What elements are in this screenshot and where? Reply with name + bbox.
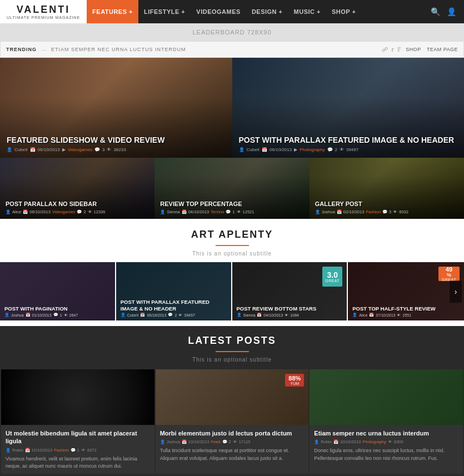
- small-item-1[interactable]: POST PARALLAX NO SIDEBAR 👤 Alice 📅 06/10…: [0, 158, 154, 219]
- nav-features[interactable]: FEATURES +: [87, 0, 138, 23]
- section1-title: ART APLENTY: [0, 229, 464, 240]
- nav-shop[interactable]: SHOP +: [326, 0, 361, 23]
- nav-music[interactable]: MUSIC +: [288, 0, 326, 23]
- featured-title-1: FEATURED SLIDESHOW & VIDEO REVIEW: [7, 136, 226, 145]
- trending-shop-link[interactable]: SHOP: [406, 47, 421, 52]
- small-meta-3: 👤 Joshua 📅 02/10/2013 Fashion 💬 3 👁 8032: [315, 209, 458, 214]
- carousel-title-1: POST WITH PAGINATION: [4, 305, 111, 312]
- carousel: POST WITH PAGINATION 👤 Joshua 📅 01/10/20…: [0, 262, 464, 320]
- post-excerpt-3: Donec ligula eros, ultrices nec suscipit…: [314, 447, 458, 462]
- nav-videogames[interactable]: VIDEOGAMES: [191, 0, 246, 23]
- carousel-meta-3: 👤 Sienna 📅 04/10/2013 👁 1084: [237, 313, 343, 317]
- trending-bar: TRENDING — ETIAM SEMPER NEC URNA LUCTUS …: [0, 41, 464, 58]
- trending-text: ETIAM SEMPER NEC URNA LUCTUS INTERDUM: [51, 47, 382, 52]
- post-excerpt-1: Vivamus hendrerit, velit et laoreet pret…: [6, 455, 150, 470]
- trending-label: TRENDING: [6, 47, 37, 52]
- user-icon[interactable]: 👤: [447, 7, 456, 16]
- score-badge-4: 49% GREAT: [438, 267, 460, 281]
- logo-subtitle: ULTIMATE PREMIUM MAGAZINE: [7, 16, 80, 19]
- post-thumb-wrap-2: 88% YUM: [156, 369, 309, 425]
- header-icons: 🔍 👤: [431, 7, 464, 16]
- featured-meta-1: 👤 CubeII 📅 06/10/2013 ▶ Videogames 💬 3 👁…: [7, 147, 226, 152]
- small-item-2[interactable]: REVIEW TOP PERCENTAGE 👤 Sienna 📅 04/10/2…: [154, 158, 309, 219]
- post-card-1[interactable]: Ut molestie bibendum ligula sit amet pla…: [1, 369, 154, 474]
- small-meta-2: 👤 Sienna 📅 04/10/2013 Techno 💬 1 👁 12521: [160, 209, 303, 214]
- post-meta-2: 👤 Joshua 📅 10/10/2013 Feed 💬 2 👁 17115: [160, 439, 305, 444]
- nav-design[interactable]: DESIGN +: [246, 0, 288, 23]
- carousel-meta-4: 👤 Alice 📅 07/10/2013 👁 2551: [352, 313, 460, 317]
- small-meta-1: 👤 Alice 📅 06/10/2013 Videogames 💬 2 👁 12…: [6, 209, 149, 214]
- rss-icon[interactable]: ☍: [382, 46, 388, 53]
- section2-subtitle: This is an optional subtitle: [0, 357, 464, 363]
- post-body-2: Morbi elementum justo id lectus porta di…: [156, 425, 309, 465]
- logo[interactable]: VALENTI ULTIMATE PREMIUM MAGAZINE: [0, 0, 87, 23]
- carousel-meta-1: 👤 Joshua 📅 01/10/2013 💬 1 👁 2647: [4, 313, 111, 317]
- search-icon[interactable]: 🔍: [431, 7, 440, 16]
- section-latest-posts: LATEST POSTS This is an optional subtitl…: [0, 326, 464, 476]
- small-title-2: REVIEW TOP PERCENTAGE: [160, 201, 303, 208]
- featured-grid: FEATURED SLIDESHOW & VIDEO REVIEW 👤 Cube…: [0, 58, 464, 158]
- carousel-wrapper: POST WITH PAGINATION 👤 Joshua 📅 01/10/20…: [0, 262, 464, 320]
- leaderboard-banner: LEADERBOARD 728X90: [0, 23, 464, 41]
- carousel-item-1[interactable]: POST WITH PAGINATION 👤 Joshua 📅 01/10/20…: [0, 262, 116, 320]
- carousel-next-arrow[interactable]: ›: [450, 280, 462, 303]
- post-score-2: 88% YUM: [285, 374, 304, 387]
- small-title-1: POST PARALLAX NO SIDEBAR: [6, 201, 149, 208]
- trending-links: SHOP TEAM PAGE: [406, 47, 458, 52]
- section2-title: LATEST POSTS: [0, 335, 464, 347]
- post-title-2: Morbi elementum justo id lectus porta di…: [160, 429, 305, 437]
- section1-divider: [216, 245, 249, 246]
- section-art-aplenty: ART APLENTY This is an optional subtitle…: [0, 219, 464, 326]
- post-meta-1: 👤 Robin 📅 10/10/2013 Fashion 💬 1 👁 8372: [6, 448, 150, 453]
- facebook-icon[interactable]: 𝔽: [397, 46, 401, 53]
- post-card-2[interactable]: 88% YUM Morbi elementum justo id lectus …: [156, 369, 309, 474]
- carousel-title-4: POST TOP HALF-STYLE REVIEW: [352, 305, 460, 312]
- featured-title-2: POST WITH PARALLAX FEATURED IMAGE & NO H…: [239, 136, 458, 145]
- carousel-title-2: POST WITH PARALLAX FEATURED IMAGE & NO H…: [121, 299, 227, 312]
- header: VALENTI ULTIMATE PREMIUM MAGAZINE FEATUR…: [0, 0, 464, 23]
- small-title-3: GALLERY POST: [315, 201, 458, 208]
- nav-lifestyle[interactable]: LIFESTYLE +: [138, 0, 191, 23]
- post-card-3[interactable]: Etiam semper nec urna luctus interdum 👤 …: [310, 369, 463, 474]
- post-body-1: Ut molestie bibendum ligula sit amet pla…: [1, 425, 154, 474]
- twitter-icon[interactable]: 𝕣: [391, 46, 394, 53]
- featured-meta-2: 👤 CubeII 📅 06/10/2013 ▶ Photography 💬 2 …: [239, 147, 458, 152]
- trending-teampage-link[interactable]: TEAM PAGE: [427, 47, 458, 52]
- section2-divider: [216, 351, 249, 352]
- post-excerpt-2: Tulla tincidunt scelerisque neque at por…: [160, 447, 305, 462]
- logo-title: VALENTI: [17, 4, 71, 16]
- featured-item-2[interactable]: POST WITH PARALLAX FEATURED IMAGE & NO H…: [232, 58, 465, 158]
- main-nav: FEATURES + LIFESTYLE + VIDEOGAMES DESIGN…: [87, 0, 361, 23]
- post-title-1: Ut molestie bibendum ligula sit amet pla…: [6, 429, 150, 445]
- small-grid: POST PARALLAX NO SIDEBAR 👤 Alice 📅 06/10…: [0, 158, 464, 219]
- section1-subtitle: This is an optional subtitle: [0, 250, 464, 257]
- trending-social-icons: ☍ 𝕣 𝔽: [382, 46, 401, 53]
- posts-grid: Ut molestie bibendum ligula sit amet pla…: [0, 369, 464, 474]
- post-title-3: Etiam semper nec urna luctus interdum: [314, 429, 458, 437]
- post-thumb-wrap-1: [1, 369, 154, 425]
- post-meta-3: 👤 Robin 📅 10/10/2013 Photography 👁 8300: [314, 439, 458, 444]
- carousel-item-3[interactable]: 3.0 GREAT POST REVIEW BOTTOM STARS 👤 Sie…: [232, 262, 348, 320]
- carousel-item-4[interactable]: 49% GREAT POST TOP HALF-STYLE REVIEW 👤 A…: [348, 262, 464, 320]
- score-badge-3: 3.0 GREAT: [322, 267, 342, 287]
- post-body-3: Etiam semper nec urna luctus interdum 👤 …: [310, 425, 463, 465]
- carousel-meta-2: 👤 CubeII 📅 06/18/2013 💬 2 👁 39497: [121, 313, 227, 317]
- post-thumb-wrap-3: [310, 369, 463, 425]
- carousel-title-3: POST REVIEW BOTTOM STARS: [237, 305, 343, 312]
- small-item-3[interactable]: GALLERY POST 👤 Joshua 📅 02/10/2013 Fashi…: [310, 158, 464, 219]
- carousel-item-2[interactable]: POST WITH PARALLAX FEATURED IMAGE & NO H…: [116, 262, 232, 320]
- trending-dash: —: [41, 47, 47, 53]
- featured-item-1[interactable]: FEATURED SLIDESHOW & VIDEO REVIEW 👤 Cube…: [0, 58, 232, 158]
